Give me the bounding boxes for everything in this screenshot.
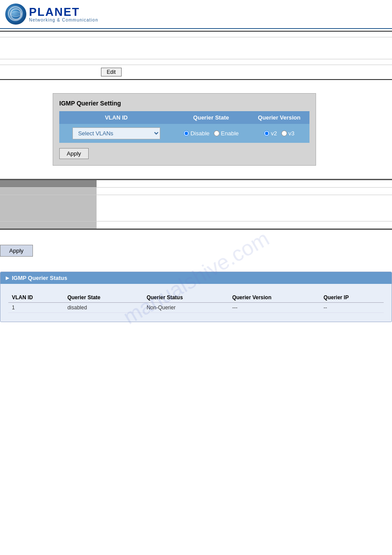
- col-querier-state: Querier State: [173, 111, 249, 124]
- desc-label: [0, 188, 97, 195]
- logo-text: PLANET Networking & Communication: [29, 6, 98, 22]
- svg-point-0: [11, 9, 21, 19]
- header: PLANET Networking & Communication: [0, 0, 392, 29]
- status-panel-header: IGMP Querier Status: [0, 272, 392, 284]
- enable-radio[interactable]: [214, 131, 219, 136]
- querier-version-radio-group: v2 v3: [253, 130, 305, 137]
- vlan-select-cell: Select VLANs: [59, 124, 173, 143]
- desc-value: [97, 180, 392, 188]
- table-row: Select VLANs Disable Enable: [59, 124, 309, 143]
- status-table-header-row: VLAN ID Querier State Querier Status Que…: [8, 293, 384, 303]
- table-row: [0, 188, 392, 195]
- igmp-querier-status-panel: IGMP Querier Status VLAN ID Querier Stat…: [0, 272, 392, 322]
- row-value: [97, 37, 392, 59]
- table-header-row: VLAN ID Querier State Querier Version: [59, 111, 309, 124]
- col-vlan-id: VLAN ID: [8, 293, 64, 303]
- querier-version-cell: v2 v3: [249, 124, 309, 143]
- col-querier-state: Querier State: [64, 293, 143, 303]
- desc-label: [0, 221, 97, 229]
- cell-querier-ip: --: [320, 303, 384, 313]
- v3-radio-label[interactable]: v3: [281, 130, 295, 137]
- col-vlan-id: VLAN ID: [59, 111, 173, 124]
- table-row: [0, 180, 392, 188]
- row-value: [97, 59, 392, 65]
- edit-button[interactable]: Edit: [101, 68, 122, 76]
- table-row: Edit: [0, 65, 392, 80]
- col-querier-version: Querier Version: [229, 293, 320, 303]
- desc-value: [97, 195, 392, 221]
- cell-querier-state: disabled: [64, 303, 143, 313]
- v2-radio-label[interactable]: v2: [264, 130, 277, 137]
- table-row: [0, 59, 392, 65]
- top-info-table: Edit: [0, 31, 392, 80]
- logo-container: PLANET Networking & Communication: [5, 4, 387, 25]
- svg-point-1: [11, 12, 21, 16]
- disable-radio[interactable]: [183, 131, 189, 136]
- desc-value: [97, 188, 392, 195]
- v3-radio[interactable]: [281, 131, 287, 136]
- row-label: [0, 37, 97, 59]
- desc-value: [97, 221, 392, 229]
- cell-vlan-id: 1: [8, 303, 64, 313]
- igmp-setting-table: VLAN ID Querier State Querier Version Se…: [59, 111, 309, 143]
- v3-label-text: v3: [288, 130, 295, 137]
- row-label: [0, 65, 97, 80]
- v2-label-text: v2: [271, 130, 277, 137]
- querier-state-cell: Disable Enable: [173, 124, 249, 143]
- vlan-id-select[interactable]: Select VLANs: [72, 127, 160, 139]
- table-row: [0, 195, 392, 221]
- row-value: [97, 31, 392, 37]
- desc-label: [0, 195, 97, 221]
- col-querier-ip: Querier IP: [320, 293, 384, 303]
- igmp-setting-apply-button[interactable]: Apply: [59, 148, 89, 159]
- desc-label: [0, 180, 97, 188]
- col-querier-version: Querier Version: [249, 111, 309, 124]
- enable-label-text: Enable: [221, 130, 238, 137]
- standalone-apply-button[interactable]: Apply: [0, 245, 33, 257]
- table-row: [0, 31, 392, 37]
- disable-label-text: Disable: [191, 130, 209, 137]
- logo-tagline-text: Networking & Communication: [29, 18, 98, 22]
- col-querier-status: Querier Status: [143, 293, 229, 303]
- table-row: [0, 221, 392, 229]
- logo-planet-text: PLANET: [29, 6, 98, 18]
- enable-radio-label[interactable]: Enable: [214, 130, 238, 137]
- querier-state-radio-group: Disable Enable: [178, 130, 245, 137]
- igmp-setting-title: IGMP Querier Setting: [59, 100, 309, 107]
- row-label: [0, 59, 97, 65]
- status-table: VLAN ID Querier State Querier Status Que…: [8, 293, 384, 313]
- igmp-querier-setting-panel: IGMP Querier Setting VLAN ID Querier Sta…: [53, 93, 316, 166]
- row-value: Edit: [97, 65, 392, 80]
- desc-table: [0, 179, 392, 230]
- status-panel-content: VLAN ID Querier State Querier Status Que…: [0, 284, 392, 322]
- status-table-row: 1 disabled Non-Querier --- --: [8, 303, 384, 313]
- status-panel-title: IGMP Querier Status: [12, 275, 67, 281]
- v2-radio[interactable]: [264, 131, 270, 136]
- disable-radio-label[interactable]: Disable: [183, 130, 209, 137]
- table-row: [0, 37, 392, 59]
- logo-icon: [5, 4, 26, 25]
- cell-querier-status: Non-Querier: [143, 303, 229, 313]
- standalone-apply-container: Apply: [0, 237, 392, 265]
- cell-querier-version: ---: [229, 303, 320, 313]
- row-label: [0, 31, 97, 37]
